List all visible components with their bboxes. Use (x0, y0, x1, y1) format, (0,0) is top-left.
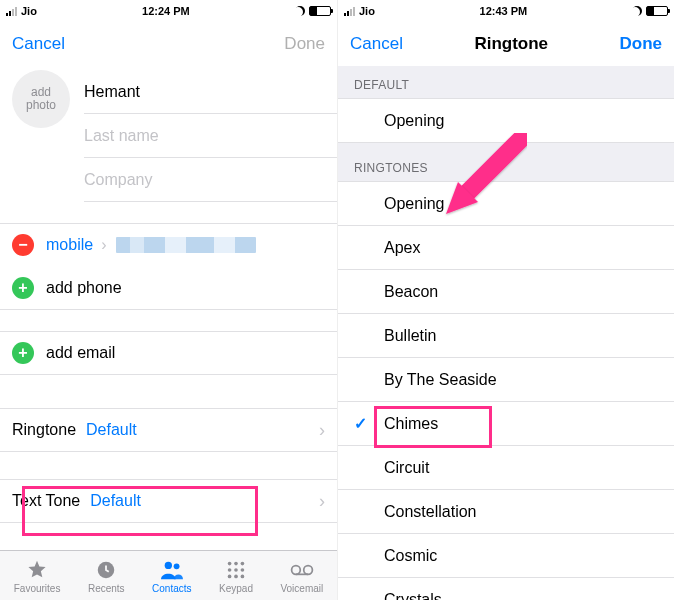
add-phone-icon[interactable]: + (12, 277, 34, 299)
nav-bar: Cancel Done (0, 22, 337, 66)
ringtone-label: Bulletin (384, 327, 436, 345)
add-photo-button[interactable]: add photo (12, 70, 70, 128)
tab-label: Favourites (14, 583, 61, 594)
tab-recents[interactable]: Recents (88, 558, 125, 594)
svg-point-6 (228, 568, 232, 572)
tab-contacts[interactable]: Contacts (152, 558, 191, 594)
cancel-button[interactable]: Cancel (350, 34, 403, 54)
ringtone-label: Constellation (384, 503, 477, 521)
carrier-label: Jio (21, 5, 37, 17)
ringtone-item[interactable]: Crystals (338, 578, 674, 600)
ringtone-item[interactable]: Apex (338, 226, 674, 270)
add-email-row[interactable]: + add email (0, 331, 337, 375)
tab-keypad[interactable]: Keypad (219, 558, 253, 594)
ringtone-value: Default (86, 421, 137, 439)
ringtone-label: Crystals (384, 591, 442, 601)
add-phone-row[interactable]: + add phone (0, 266, 337, 310)
highlight-chimes (374, 406, 492, 448)
remove-phone-icon[interactable]: − (12, 234, 34, 256)
svg-point-11 (241, 574, 245, 578)
svg-point-4 (234, 561, 238, 565)
ringtone-item[interactable]: By The Seaside (338, 358, 674, 402)
ringtone-item[interactable]: Beacon (338, 270, 674, 314)
battery-icon (309, 6, 331, 16)
ringtone-item[interactable]: Opening (338, 182, 674, 226)
ringtone-item[interactable]: Constellation (338, 490, 674, 534)
svg-point-8 (241, 568, 245, 572)
ringtone-label: By The Seaside (384, 371, 497, 389)
dnd-icon (295, 6, 305, 16)
svg-point-9 (228, 574, 232, 578)
star-icon (26, 558, 48, 582)
contact-edit-screen: Jio 12:24 PM Cancel Done add photo Heman… (0, 0, 337, 600)
done-button[interactable]: Done (619, 34, 662, 54)
ringtone-label: Cosmic (384, 547, 437, 565)
svg-point-13 (304, 565, 313, 574)
ringtone-label: Opening (384, 195, 445, 213)
disclosure-icon: › (319, 491, 325, 512)
clock: 12:43 PM (480, 5, 528, 17)
clock-icon (95, 558, 117, 582)
first-name-field[interactable]: Hemant (84, 70, 337, 114)
ringtone-label: Opening (384, 112, 445, 130)
contacts-icon (159, 558, 185, 582)
ringtone-label: Circuit (384, 459, 429, 477)
svg-point-7 (234, 568, 238, 572)
chevron-right-icon: › (101, 236, 106, 254)
keypad-icon (225, 558, 247, 582)
svg-point-10 (234, 574, 238, 578)
clock: 12:24 PM (142, 5, 190, 17)
disclosure-icon: › (319, 420, 325, 441)
carrier-label: Jio (359, 5, 375, 17)
phone-type-label[interactable]: mobile (46, 236, 93, 254)
checkmark-icon: ✓ (354, 414, 367, 433)
phone-row[interactable]: − mobile › (0, 223, 337, 267)
tab-label: Recents (88, 583, 125, 594)
status-bar: Jio 12:43 PM (338, 0, 674, 22)
svg-point-3 (228, 561, 232, 565)
highlight-ringtone (22, 486, 258, 536)
add-phone-label: add phone (46, 279, 122, 297)
svg-point-5 (241, 561, 245, 565)
done-button[interactable]: Done (284, 34, 325, 54)
tab-label: Voicemail (280, 583, 323, 594)
tab-label: Contacts (152, 583, 191, 594)
ringtone-picker-screen: Jio 12:43 PM Cancel Ringtone Done DEFAUL… (337, 0, 674, 600)
page-title: Ringtone (474, 34, 548, 54)
ringtone-label: Apex (384, 239, 420, 257)
ringtone-item[interactable]: Cosmic (338, 534, 674, 578)
tab-label: Keypad (219, 583, 253, 594)
add-email-icon[interactable]: + (12, 342, 34, 364)
ringtone-list[interactable]: DEFAULT Opening RINGTONES OpeningApexBea… (338, 66, 674, 600)
svg-point-2 (173, 563, 179, 569)
ringtone-label: Beacon (384, 283, 438, 301)
svg-point-1 (164, 561, 171, 568)
ringtone-item[interactable]: Bulletin (338, 314, 674, 358)
phone-number-value[interactable] (116, 237, 256, 253)
battery-icon (646, 6, 668, 16)
last-name-field[interactable]: Last name (84, 114, 337, 158)
tab-bar: Favourites Recents Contacts Keypad Voice… (0, 550, 337, 600)
ringtone-item[interactable]: Circuit (338, 446, 674, 490)
company-field[interactable]: Company (84, 158, 337, 202)
nav-bar: Cancel Ringtone Done (338, 22, 674, 66)
dnd-icon (632, 6, 642, 16)
voicemail-icon (289, 558, 315, 582)
tab-favourites[interactable]: Favourites (14, 558, 61, 594)
ringtone-row[interactable]: Ringtone Default › (0, 408, 337, 452)
ringtone-item[interactable]: Opening (338, 99, 674, 143)
section-ringtones-header: RINGTONES (338, 143, 674, 182)
status-bar: Jio 12:24 PM (0, 0, 337, 22)
section-default-header: DEFAULT (338, 66, 674, 99)
cancel-button[interactable]: Cancel (12, 34, 65, 54)
svg-point-12 (291, 565, 300, 574)
ringtone-key: Ringtone (12, 421, 76, 439)
tab-voicemail[interactable]: Voicemail (280, 558, 323, 594)
add-email-label: add email (46, 344, 115, 362)
